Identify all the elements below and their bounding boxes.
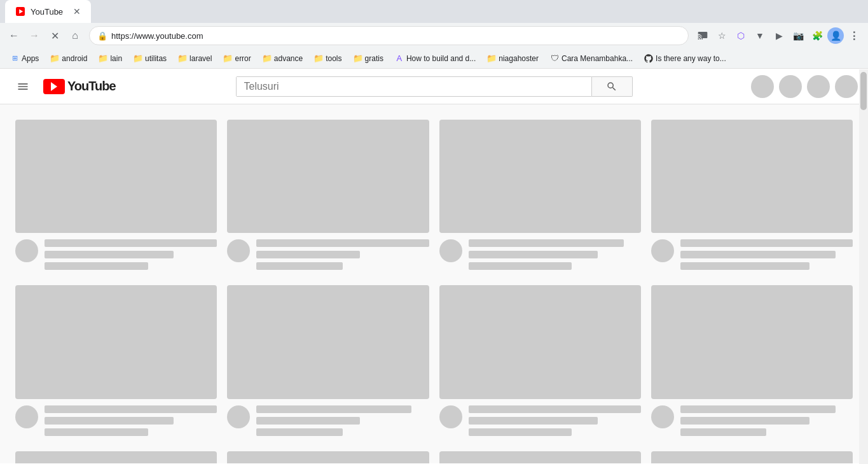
tab-title: YouTube: [31, 7, 63, 17]
menu-button[interactable]: ⋮: [845, 27, 863, 45]
skeleton-line: [469, 262, 572, 270]
bookmark-gratis[interactable]: 📁 gratis: [348, 52, 389, 65]
thumbnail-skeleton: [15, 120, 217, 233]
skeleton-line: [45, 251, 174, 258]
youtube-header-icons: [751, 75, 858, 98]
extensions-icon[interactable]: 🧩: [808, 27, 826, 45]
video-meta: [651, 405, 853, 436]
media-icon[interactable]: ▶: [770, 27, 788, 45]
bookmark-niagahoster[interactable]: 📁 niagahoster: [482, 52, 544, 65]
video-meta: [227, 239, 429, 270]
youtube-content: [0, 104, 868, 463]
avatar-skeleton: [227, 405, 250, 428]
bookmark-error-label: error: [235, 54, 251, 63]
skeleton-line: [45, 405, 217, 413]
bookmark-tools-label: tools: [326, 54, 341, 63]
video-info-skeleton: [256, 405, 429, 436]
bookmark-tools[interactable]: 📁 tools: [309, 52, 347, 65]
bookmarks-bar: ⊞ Apps 📁 android 📁 lain 📁 utilitas 📁 lar…: [0, 48, 868, 69]
skeleton-line: [256, 239, 429, 247]
skeleton-line: [45, 417, 174, 425]
folder-icon: 📁: [314, 54, 323, 63]
youtube-page: YouTube: [0, 69, 868, 463]
reload-button[interactable]: ✕: [46, 27, 64, 45]
bookmark-lain[interactable]: 📁 lain: [93, 52, 127, 65]
folder-icon: 📁: [178, 54, 187, 63]
active-tab[interactable]: YouTube ✕: [5, 0, 91, 23]
back-button[interactable]: ←: [5, 27, 23, 45]
skeleton-line: [256, 405, 411, 413]
bookmark-utilitas[interactable]: 📁 utilitas: [128, 52, 172, 65]
youtube-search-button[interactable]: [592, 76, 633, 97]
cast-icon[interactable]: [694, 27, 712, 45]
extension-purple-icon[interactable]: ⬡: [732, 27, 750, 45]
video-card: [15, 451, 217, 463]
forward-button[interactable]: →: [25, 27, 43, 45]
thumbnail-skeleton: [227, 120, 429, 233]
home-button[interactable]: ⌂: [66, 27, 84, 45]
bookmark-is-there-any-way[interactable]: Is there any way to...: [639, 52, 731, 65]
url-display: https://www.youtube.com: [111, 31, 680, 41]
youtube-logo[interactable]: YouTube: [43, 79, 116, 94]
bookmark-android[interactable]: 📁 android: [45, 52, 92, 65]
profile-button[interactable]: 👤: [827, 27, 844, 44]
avatar-skeleton: [15, 405, 38, 428]
address-bar[interactable]: 🔒 https://www.youtube.com: [89, 26, 689, 45]
skeleton-line: [45, 428, 148, 436]
bookmark-laravel[interactable]: 📁 laravel: [173, 52, 217, 65]
video-info-skeleton: [45, 405, 217, 436]
video-grid: [15, 120, 853, 463]
bookmark-how-to-build-label: How to build and d...: [406, 54, 476, 63]
bookmark-advance[interactable]: 📁 advance: [258, 52, 308, 65]
video-card: [15, 120, 217, 270]
thumbnail-skeleton: [227, 285, 429, 398]
skeleton-line: [680, 262, 809, 270]
screenshot-icon[interactable]: 📷: [789, 27, 807, 45]
bookmark-how-to-build[interactable]: A How to build and d...: [390, 52, 481, 65]
video-info-skeleton: [680, 239, 853, 270]
thumbnail-skeleton: [15, 451, 217, 463]
thumbnail-skeleton: [651, 120, 853, 233]
video-card: [651, 451, 853, 463]
bookmark-apps[interactable]: ⊞ Apps: [5, 52, 44, 65]
video-card: [651, 285, 853, 435]
shield-icon: 🛡: [550, 54, 559, 63]
video-info-skeleton: [256, 239, 429, 270]
browser-scrollbar[interactable]: [859, 69, 868, 464]
bookmark-cara-menambahka[interactable]: 🛡 Cara Menambahka...: [545, 52, 638, 65]
scrollbar-thumb[interactable]: [860, 72, 867, 110]
bookmark-error[interactable]: 📁 error: [218, 52, 256, 65]
bookmark-is-there-any-way-label: Is there any way to...: [656, 54, 726, 63]
video-card: [227, 120, 429, 270]
thumbnail-skeleton: [651, 451, 853, 463]
bookmark-cara-menambahka-label: Cara Menambahka...: [561, 54, 633, 63]
skeleton-line: [256, 251, 360, 258]
star-icon[interactable]: ☆: [713, 27, 731, 45]
skeleton-line: [680, 251, 836, 258]
skeleton-line: [256, 417, 360, 425]
avatar-skeleton: [227, 239, 250, 262]
skeleton-line: [45, 239, 217, 247]
folder-icon: 📁: [354, 54, 362, 63]
video-card: [439, 451, 641, 463]
thumbnail-skeleton: [651, 285, 853, 398]
video-card: [15, 285, 217, 435]
youtube-menu-button[interactable]: [10, 74, 36, 99]
video-card: [439, 285, 641, 435]
bookmark-utilitas-label: utilitas: [145, 54, 167, 63]
skeleton-line: [469, 417, 598, 425]
thumbnail-skeleton: [439, 451, 641, 463]
video-meta: [227, 405, 429, 436]
tab-close-icon[interactable]: ✕: [73, 6, 81, 17]
avatar-skeleton: [15, 239, 38, 262]
video-card: [439, 120, 641, 270]
yt-avatar-3[interactable]: [807, 75, 830, 98]
yt-avatar-4[interactable]: [835, 75, 858, 98]
yt-avatar-2[interactable]: [779, 75, 802, 98]
video-meta: [439, 239, 641, 270]
browser-chrome: YouTube ✕ ← → ✕ ⌂ 🔒 https://www.youtube.…: [0, 0, 868, 69]
skeleton-line: [469, 239, 624, 247]
youtube-search-input[interactable]: [237, 77, 591, 96]
yt-avatar-1[interactable]: [751, 75, 774, 98]
extension-down-icon[interactable]: ▼: [751, 27, 769, 45]
